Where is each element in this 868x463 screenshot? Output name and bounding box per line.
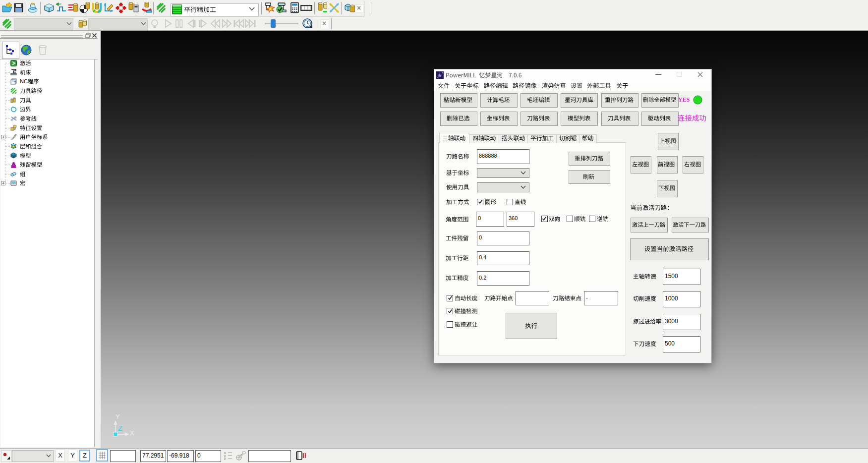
svg-text:z: z [224, 457, 226, 460]
